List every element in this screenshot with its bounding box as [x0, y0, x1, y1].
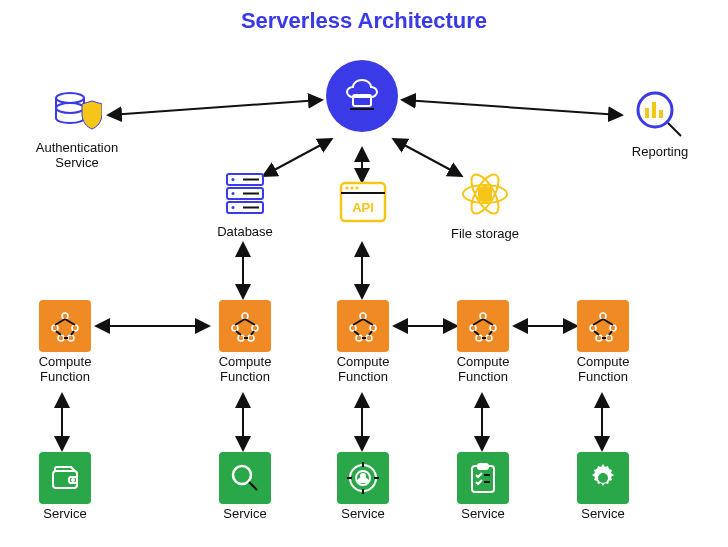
svg-point-75 [490, 325, 496, 331]
checklist-icon [457, 452, 509, 504]
svg-line-80 [474, 331, 479, 335]
wallet-icon [39, 452, 91, 504]
gear-icon [577, 452, 629, 504]
svg-point-43 [62, 313, 68, 319]
hub-node [326, 60, 398, 132]
compute-label-3: ComputeFunction [448, 355, 518, 385]
compute-node-3: ComputeFunction [448, 300, 518, 385]
svg-point-27 [232, 178, 235, 181]
magnify-chart-icon [610, 90, 710, 142]
svg-line-1 [404, 100, 620, 115]
svg-line-51 [71, 331, 74, 335]
svg-line-68 [353, 319, 363, 325]
svg-rect-22 [652, 102, 656, 118]
svg-point-57 [248, 335, 254, 341]
svg-point-36 [351, 187, 354, 190]
database-shield-icon [22, 90, 132, 138]
svg-point-35 [346, 187, 349, 190]
svg-point-46 [58, 335, 64, 341]
service-node-0: Service [30, 452, 100, 522]
atom-storage-icon [435, 168, 535, 224]
svg-line-71 [369, 331, 372, 335]
reporting-node: Reporting [610, 90, 710, 160]
svg-point-53 [242, 313, 248, 319]
svg-point-87 [606, 335, 612, 341]
file-storage-label: File storage [435, 227, 535, 242]
svg-line-88 [593, 319, 603, 325]
svg-line-58 [235, 319, 245, 325]
compute-icon [39, 300, 91, 352]
api-node: API [335, 180, 391, 228]
svg-line-59 [245, 319, 255, 325]
cloud-laptop-icon [326, 60, 398, 132]
svg-line-69 [363, 319, 373, 325]
svg-point-55 [252, 325, 258, 331]
search-icon [219, 452, 271, 504]
svg-point-66 [356, 335, 362, 341]
svg-point-28 [232, 192, 235, 195]
svg-point-56 [238, 335, 244, 341]
service-label-0: Service [30, 507, 100, 522]
compute-icon [457, 300, 509, 352]
svg-point-96 [233, 466, 251, 484]
svg-line-89 [603, 319, 613, 325]
compute-label-0: ComputeFunction [30, 355, 100, 385]
auth-label: AuthenticationService [22, 141, 132, 171]
svg-rect-106 [478, 464, 488, 469]
compute-node-2: ComputeFunction [328, 300, 398, 385]
svg-rect-21 [645, 108, 649, 118]
service-node-2: Service [328, 452, 398, 522]
compute-label-2: ComputeFunction [328, 355, 398, 385]
svg-line-48 [55, 319, 65, 325]
svg-point-109 [598, 473, 608, 483]
svg-line-70 [354, 331, 359, 335]
svg-rect-23 [659, 110, 663, 118]
service-label-4: Service [568, 507, 638, 522]
svg-point-18 [56, 103, 84, 113]
diagram-canvas: Serverless Architecture [0, 0, 728, 547]
svg-line-90 [594, 331, 599, 335]
svg-point-63 [360, 313, 366, 319]
svg-line-91 [609, 331, 612, 335]
svg-text:API: API [352, 200, 374, 215]
svg-line-78 [473, 319, 483, 325]
svg-point-95 [72, 479, 74, 481]
svg-line-79 [483, 319, 493, 325]
svg-point-67 [366, 335, 372, 341]
compute-label-1: ComputeFunction [210, 355, 280, 385]
compute-label-4: ComputeFunction [568, 355, 638, 385]
svg-point-65 [370, 325, 376, 331]
reporting-label: Reporting [610, 145, 710, 160]
svg-point-44 [52, 325, 58, 331]
svg-point-45 [72, 325, 78, 331]
service-label-3: Service [448, 507, 518, 522]
compute-icon [577, 300, 629, 352]
compute-node-1: ComputeFunction [210, 300, 280, 385]
svg-line-81 [489, 331, 492, 335]
file-storage-node: File storage [435, 168, 535, 242]
service-node-1: Service [210, 452, 280, 522]
service-node-3: Service [448, 452, 518, 522]
compute-icon [337, 300, 389, 352]
compute-icon [219, 300, 271, 352]
svg-point-74 [470, 325, 476, 331]
svg-point-83 [600, 313, 606, 319]
svg-line-49 [65, 319, 75, 325]
svg-line-61 [251, 331, 254, 335]
server-stack-icon [205, 170, 285, 222]
svg-point-54 [232, 325, 238, 331]
svg-point-84 [590, 325, 596, 331]
svg-line-97 [249, 482, 257, 490]
auth-node: AuthenticationService [22, 90, 132, 171]
svg-line-20 [668, 123, 681, 136]
svg-point-64 [350, 325, 356, 331]
svg-line-60 [236, 331, 241, 335]
service-node-4: Service [568, 452, 638, 522]
svg-point-85 [610, 325, 616, 331]
api-window-icon: API [335, 180, 391, 228]
svg-line-50 [56, 331, 61, 335]
target-icon [337, 452, 389, 504]
svg-point-73 [480, 313, 486, 319]
compute-node-0: ComputeFunction [30, 300, 100, 385]
service-label-1: Service [210, 507, 280, 522]
